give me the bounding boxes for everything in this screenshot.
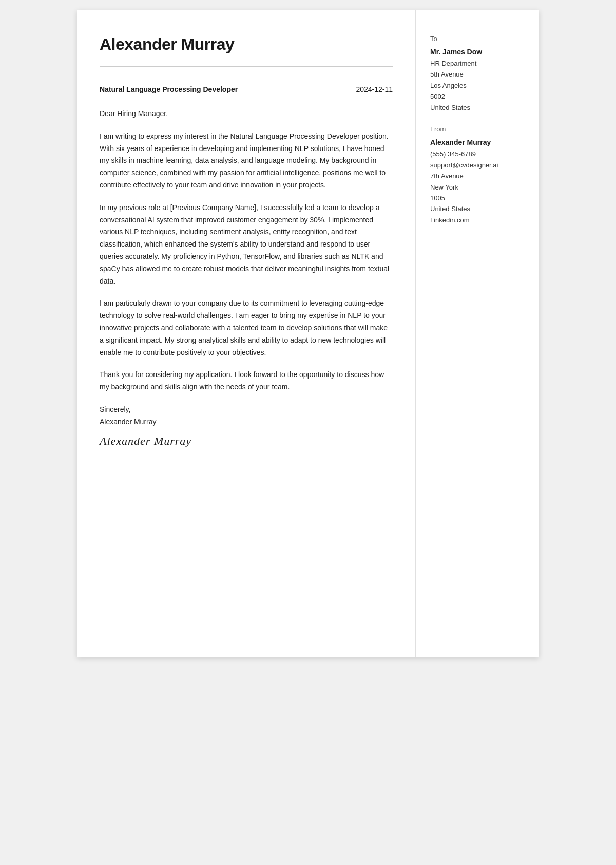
from-details: (555) 345-6789 support@cvdesigner.ai 7th… [430,148,525,225]
paragraph-4: Thank you for considering my application… [100,369,393,393]
from-name: Alexander Murray [430,138,525,146]
from-label: From [430,125,525,133]
from-detail-0: (555) 345-6789 [430,148,525,159]
divider [100,66,393,67]
right-panel: To Mr. James Dow HR Department 5th Avenu… [416,10,539,657]
left-panel: Alexander Murray Natural Language Proces… [77,10,416,657]
cover-letter-page: Alexander Murray Natural Language Proces… [77,10,539,657]
closing-name: Alexander Murray [100,416,393,428]
to-label: To [430,35,525,43]
from-detail-2: 7th Avenue [430,171,525,181]
to-name: Mr. James Dow [430,48,525,56]
paragraph-2: In my previous role at [Previous Company… [100,202,393,288]
job-header: Natural Language Processing Developer 20… [100,85,393,93]
closing-block: Sincerely, Alexander Murray [100,404,393,428]
from-detail-6: Linkedin.com [430,215,525,225]
signature: Alexander Murray [100,435,393,448]
paragraph-3: I am particularly drawn to your company … [100,297,393,359]
job-title: Natural Language Processing Developer [100,85,238,93]
from-detail-3: New York [430,182,525,193]
to-detail-3: 5002 [430,91,525,102]
job-date: 2024-12-11 [356,85,393,93]
applicant-name: Alexander Murray [100,35,393,54]
from-detail-4: 1005 [430,193,525,203]
closing-text: Sincerely, [100,404,393,416]
letter-body: Dear Hiring Manager, I am writing to exp… [100,108,393,393]
paragraph-1: I am writing to express my interest in t… [100,130,393,192]
from-detail-5: United States [430,203,525,214]
to-detail-2: Los Angeles [430,80,525,91]
to-detail-1: 5th Avenue [430,69,525,80]
to-details: HR Department 5th Avenue Los Angeles 500… [430,58,525,113]
to-detail-4: United States [430,102,525,113]
salutation: Dear Hiring Manager, [100,108,393,120]
from-detail-1: support@cvdesigner.ai [430,160,525,171]
to-detail-0: HR Department [430,58,525,69]
